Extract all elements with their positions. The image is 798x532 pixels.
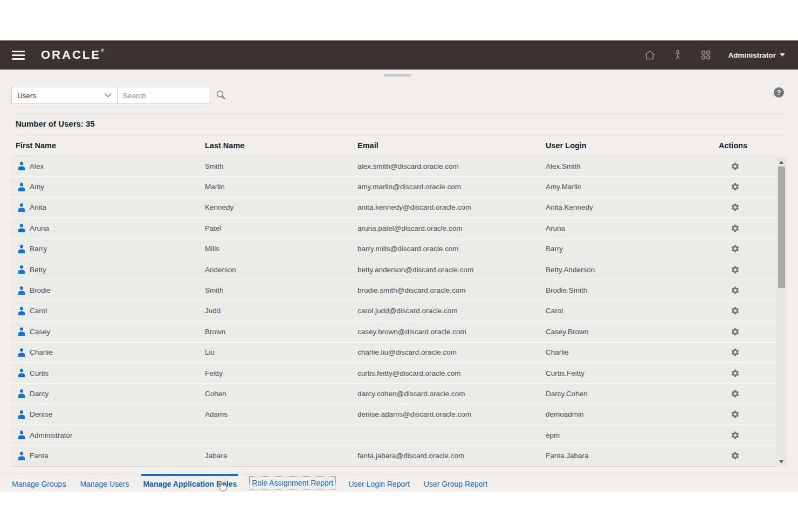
actions-gear-icon[interactable] [731, 162, 740, 171]
help-icon[interactable]: ? [774, 87, 784, 98]
cell-user-login: Aruna [541, 224, 714, 232]
first-name-text: Amy [30, 183, 44, 191]
table-row[interactable]: Curtis Feitty curtis.feitty@discard.orac… [11, 363, 776, 384]
cell-actions [714, 431, 776, 440]
cell-first-name: Anita [11, 203, 201, 212]
column-header-last-name[interactable]: Last Name [201, 141, 353, 150]
table-row[interactable]: Alex Smith alex.smith@discard.oracle.com… [11, 156, 776, 177]
chevron-down-icon [780, 53, 785, 57]
table-row[interactable]: Fanta Jabara fanta.jabara@discard.oracle… [11, 446, 776, 466]
scroll-down-icon[interactable] [779, 460, 783, 464]
first-name-text: Fanta [30, 452, 49, 460]
table-row[interactable]: Amy Marlin amy.marlin@discard.oracle.com… [11, 177, 776, 197]
drag-handle[interactable] [384, 74, 411, 77]
actions-gear-icon[interactable] [731, 203, 740, 212]
actions-gear-icon[interactable] [731, 431, 740, 440]
tab-role-assignment-report[interactable]: Role Assignment Report [249, 476, 336, 489]
actions-gear-icon[interactable] [731, 389, 740, 398]
table-row[interactable]: Carol Judd carol.judd@discard.oracle.com… [11, 301, 776, 322]
table-row[interactable]: Darcy Cohen darcy.cohen@discard.oracle.c… [11, 384, 776, 404]
table-row[interactable]: Brodie Smith brodie.smith@discard.oracle… [11, 280, 776, 301]
table-row[interactable]: Betty Anderson betty.anderson@discard.or… [11, 260, 776, 280]
table-scrollbar[interactable] [776, 157, 787, 467]
cell-first-name: Curtis [11, 369, 201, 377]
actions-gear-icon[interactable] [731, 306, 740, 315]
apps-grid-icon[interactable] [698, 47, 714, 63]
cell-actions [714, 327, 776, 336]
cell-user-login: Carol [541, 307, 714, 315]
table-row[interactable]: Barry Mills barry.mills@discard.oracle.c… [11, 239, 776, 260]
first-name-text: Barry [30, 245, 47, 253]
cell-email: darcy.cohen@discard.oracle.com [353, 390, 541, 398]
actions-gear-icon[interactable] [731, 348, 740, 357]
tab-manage-application-roles[interactable]: Manage Application Roles [141, 474, 238, 492]
table-row[interactable]: Charlie Liu charlie.liu@discard.oracle.c… [11, 343, 776, 363]
cell-last-name: Smith [201, 162, 353, 170]
cell-actions [714, 265, 776, 274]
actions-gear-icon[interactable] [731, 410, 740, 419]
actions-gear-icon[interactable] [731, 327, 740, 336]
cell-first-name: Charlie [11, 348, 201, 357]
scroll-up-icon[interactable] [779, 161, 783, 164]
tab-manage-users[interactable]: Manage Users [78, 474, 130, 492]
cell-email: aruna.patel@discard.oracle.com [353, 224, 541, 232]
cell-last-name: Liu [201, 348, 353, 356]
hamburger-menu-icon[interactable] [12, 51, 25, 60]
cell-email: brodie.smith@discard.oracle.com [353, 286, 541, 294]
home-icon[interactable] [642, 47, 658, 63]
search-icon[interactable] [215, 89, 228, 102]
tab-user-group-report[interactable]: User Group Report [422, 474, 489, 492]
cell-user-login: Fanta.Jabara [541, 452, 714, 460]
cell-actions [714, 203, 776, 212]
user-icon [18, 431, 25, 439]
tab-user-login-report[interactable]: User Login Report [347, 474, 411, 492]
cell-last-name: Adams [201, 410, 353, 418]
cell-user-login: Anita.Kennedy [541, 203, 714, 211]
actions-gear-icon[interactable] [731, 369, 740, 378]
user-icon [18, 369, 25, 377]
cell-first-name: Casey [11, 327, 201, 336]
table-row[interactable]: Denise Adams denise.adams@discard.oracle… [11, 405, 776, 425]
cell-email: casey.brown@discard.oracle.com [353, 328, 541, 336]
table-row[interactable]: Aruna Patel aruna.patel@discard.oracle.c… [11, 218, 776, 239]
cell-first-name: Amy [11, 183, 201, 191]
actions-gear-icon[interactable] [731, 286, 740, 295]
table-row[interactable]: Anita Kennedy anita.kennedy@discard.orac… [11, 198, 776, 218]
cell-first-name: Carol [11, 307, 201, 315]
table-row[interactable]: Casey Brown casey.brown@discard.oracle.c… [11, 322, 776, 342]
actions-gear-icon[interactable] [731, 244, 740, 253]
tab-manage-groups[interactable]: Manage Groups [10, 474, 67, 492]
actions-gear-icon[interactable] [731, 182, 740, 191]
workspace: Users ? Number of Users: 35 First NameLa… [0, 70, 798, 474]
actions-gear-icon[interactable] [731, 451, 740, 460]
actions-gear-icon[interactable] [731, 224, 740, 233]
cell-actions [714, 286, 776, 295]
first-name-text: Curtis [30, 369, 49, 377]
cell-last-name: Jabara [201, 452, 353, 460]
first-name-text: Denise [30, 410, 52, 418]
column-header-first-name[interactable]: First Name [11, 141, 201, 150]
cell-last-name: Brown [201, 328, 353, 336]
accessibility-icon[interactable] [670, 47, 686, 63]
user-icon [18, 410, 25, 419]
entity-filter-select[interactable]: Users [11, 87, 118, 104]
user-count-value: 35 [86, 119, 95, 128]
user-icon [18, 327, 25, 336]
column-header-user-login[interactable]: User Login [541, 141, 714, 150]
cell-actions [714, 306, 776, 315]
actions-gear-icon[interactable] [731, 265, 740, 274]
user-menu-dropdown[interactable]: Administrator [728, 51, 785, 59]
cell-email: amy.marlin@discard.oracle.com [353, 183, 541, 191]
column-header-actions[interactable]: Actions [714, 141, 787, 150]
column-header-email[interactable]: Email [353, 141, 541, 150]
cell-last-name: Judd [201, 307, 353, 315]
cell-user-login: epm [541, 431, 714, 439]
cell-user-login: Betty.Anderson [541, 266, 714, 274]
cell-user-login: Barry [541, 245, 714, 253]
cell-user-login: Brodie.Smith [541, 286, 714, 294]
scrollbar-thumb[interactable] [778, 167, 785, 288]
table-row[interactable]: Administrator epm [11, 425, 776, 446]
search-input[interactable] [118, 87, 210, 104]
cell-first-name: Denise [11, 410, 201, 419]
cell-first-name: Administrator [11, 431, 201, 439]
